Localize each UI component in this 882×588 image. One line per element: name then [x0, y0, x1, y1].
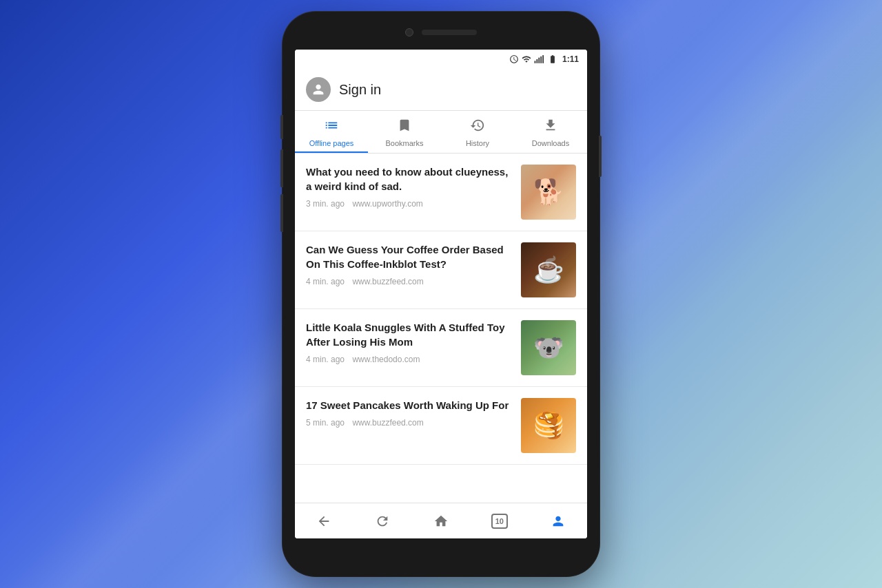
article-source: www.thedodo.com [352, 355, 420, 364]
svg-rect-0 [535, 61, 536, 63]
article-source: www.buzzfeed.com [352, 418, 423, 428]
article-meta: 4 min. ago www.buzzfeed.com [306, 277, 513, 286]
speaker [422, 30, 477, 35]
sign-in-label[interactable]: Sign in [339, 82, 381, 98]
tab-offline-pages[interactable]: Offline pages [295, 111, 368, 153]
article-thumbnail [521, 398, 576, 453]
downloads-icon [543, 118, 558, 136]
list-icon [324, 118, 339, 133]
tabs-button[interactable]: 10 [483, 505, 516, 538]
article-time: 3 min. ago [306, 199, 345, 209]
person-icon [311, 82, 326, 97]
article-item[interactable]: Little Koala Snuggles With A Stuffed Toy… [295, 309, 587, 387]
articles-list: What you need to know about clueyness, a… [295, 154, 587, 503]
back-icon [316, 514, 331, 529]
tab-history[interactable]: History [441, 111, 514, 153]
wifi-icon [522, 54, 531, 64]
tab-count-badge: 10 [491, 514, 508, 529]
back-button[interactable] [307, 505, 340, 538]
refresh-icon [375, 514, 390, 529]
history-icon [470, 118, 485, 136]
svg-rect-3 [540, 56, 542, 63]
battery-icon [546, 54, 559, 64]
power-button [599, 136, 602, 177]
svg-rect-4 [542, 55, 544, 63]
offline-pages-icon [324, 118, 339, 136]
tab-bookmarks[interactable]: Bookmarks [368, 111, 441, 153]
article-thumbnail [521, 320, 576, 375]
article-content: Little Koala Snuggles With A Stuffed Toy… [306, 320, 513, 364]
article-content: Can We Guess Your Coffee Order Based On … [306, 242, 513, 286]
home-icon [433, 514, 449, 529]
article-content: 17 Sweet Pancakes Worth Waking Up For 5 … [306, 398, 513, 428]
refresh-button[interactable] [366, 505, 399, 538]
camera [405, 28, 413, 36]
article-item[interactable]: 17 Sweet Pancakes Worth Waking Up For 5 … [295, 387, 587, 465]
alarm-icon [509, 54, 519, 64]
article-thumbnail [521, 242, 576, 297]
avatar[interactable] [306, 77, 331, 102]
home-button[interactable] [424, 505, 458, 538]
bottom-nav: 10 [295, 503, 587, 538]
svg-rect-2 [538, 58, 540, 63]
article-meta: 5 min. ago www.buzzfeed.com [306, 418, 513, 428]
status-icons [509, 54, 559, 64]
tab-bookmarks-label: Bookmarks [385, 139, 423, 147]
article-meta: 3 min. ago www.upworthy.com [306, 199, 513, 209]
article-title: Can We Guess Your Coffee Order Based On … [306, 242, 513, 271]
volume-up-button [280, 115, 283, 139]
bookmark-icon [397, 118, 412, 133]
tabs-container: Offline pages Bookmarks [295, 111, 587, 154]
profile-button[interactable] [542, 505, 575, 538]
silent-switch [280, 194, 283, 232]
article-meta: 4 min. ago www.thedodo.com [306, 355, 513, 364]
tab-history-label: History [466, 139, 489, 147]
article-time: 4 min. ago [306, 355, 345, 364]
phone-shell: 1:11 Sign in [283, 12, 599, 576]
article-time: 4 min. ago [306, 277, 345, 286]
app-header[interactable]: Sign in [295, 69, 587, 111]
profile-icon [551, 514, 566, 529]
phone-top-bar [283, 12, 599, 53]
phone-screen: 1:11 Sign in [295, 50, 587, 538]
tab-offline-pages-label: Offline pages [309, 139, 354, 147]
article-time: 5 min. ago [306, 418, 345, 428]
article-title: 17 Sweet Pancakes Worth Waking Up For [306, 398, 513, 412]
signal-icon [534, 54, 544, 64]
status-time: 1:11 [562, 54, 579, 64]
tab-downloads-label: Downloads [532, 139, 569, 147]
svg-rect-1 [536, 59, 537, 63]
tab-count: 10 [495, 517, 504, 525]
tab-downloads[interactable]: Downloads [514, 111, 587, 153]
bookmarks-icon [397, 118, 412, 136]
article-item[interactable]: What you need to know about clueyness, a… [295, 154, 587, 231]
article-thumbnail [521, 165, 576, 220]
clock-icon [470, 118, 485, 133]
article-item[interactable]: Can We Guess Your Coffee Order Based On … [295, 231, 587, 309]
article-title: Little Koala Snuggles With A Stuffed Toy… [306, 320, 513, 349]
article-title: What you need to know about clueyness, a… [306, 165, 513, 193]
phone-device: 1:11 Sign in [283, 12, 599, 576]
article-content: What you need to know about clueyness, a… [306, 165, 513, 209]
status-bar: 1:11 [295, 50, 587, 69]
volume-down-button [280, 149, 283, 187]
download-arrow-icon [543, 118, 558, 133]
article-source: www.buzzfeed.com [352, 277, 423, 286]
article-source: www.upworthy.com [352, 199, 422, 209]
